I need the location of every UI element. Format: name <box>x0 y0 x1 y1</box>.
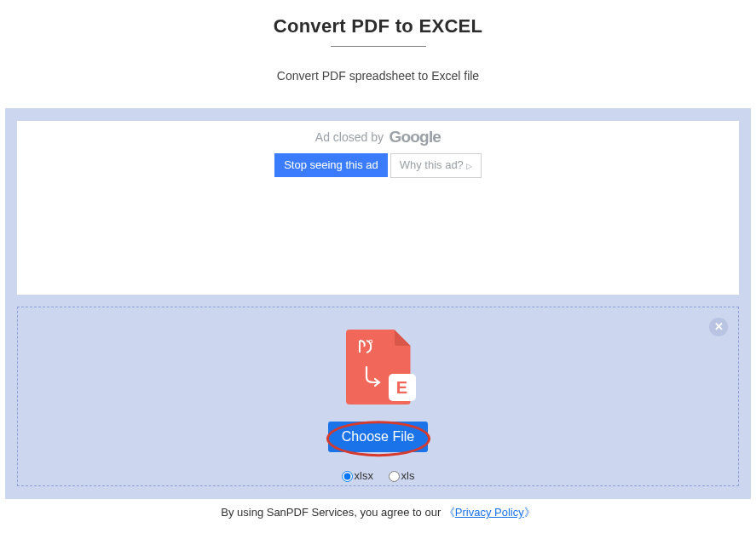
radio-xls-input[interactable] <box>389 471 400 482</box>
ad-closed-row: Ad closed by Google <box>17 128 739 146</box>
format-radio-row: xlsx xls <box>18 469 738 482</box>
upload-dropzone[interactable]: ✕ E Choose File xlsx xls <box>17 307 739 486</box>
page-title: Convert PDF to EXCEL <box>0 15 756 37</box>
ad-panel: Ad closed by Google Stop seeing this adW… <box>17 121 739 295</box>
pdf-to-excel-icon: E <box>346 330 411 404</box>
main-container: Ad closed by Google Stop seeing this adW… <box>5 108 751 499</box>
radio-xlsx-label: xlsx <box>355 469 373 482</box>
adchoices-icon: ▷ <box>466 162 472 170</box>
subtitle: Convert PDF spreadsheet to Excel file <box>0 69 756 83</box>
privacy-policy-link[interactable]: Privacy Policy <box>455 506 524 519</box>
bracket-open: 《 <box>444 506 455 519</box>
excel-badge-icon: E <box>389 374 416 401</box>
choose-file-wrap: Choose File <box>18 422 738 457</box>
radio-xlsx-input[interactable] <box>342 471 353 482</box>
stop-seeing-ad-button[interactable]: Stop seeing this ad <box>274 153 388 177</box>
why-this-ad-button[interactable]: Why this ad?▷ <box>390 153 482 178</box>
google-logo: Google <box>389 128 441 146</box>
choose-file-button[interactable]: Choose File <box>328 422 428 452</box>
radio-xls[interactable]: xls <box>389 469 415 482</box>
radio-xlsx[interactable]: xlsx <box>342 469 373 482</box>
file-corner <box>395 330 411 346</box>
header-area: Convert PDF to EXCEL Convert PDF spreads… <box>0 0 756 83</box>
footer: By using SanPDF Services, you agree to o… <box>0 505 756 520</box>
arrow-icon <box>361 365 385 389</box>
footer-agree-text: By using SanPDF Services, you agree to o… <box>221 506 444 519</box>
radio-xls-label: xls <box>401 469 415 482</box>
why-ad-label: Why this ad? <box>400 158 464 171</box>
pdf-glyph-icon <box>355 338 376 359</box>
ad-closed-text: Ad closed by <box>315 130 384 144</box>
title-underline <box>331 46 426 47</box>
close-icon[interactable]: ✕ <box>709 318 728 336</box>
ad-button-row: Stop seeing this adWhy this ad?▷ <box>17 153 739 178</box>
bracket-close: 》 <box>524 506 535 519</box>
